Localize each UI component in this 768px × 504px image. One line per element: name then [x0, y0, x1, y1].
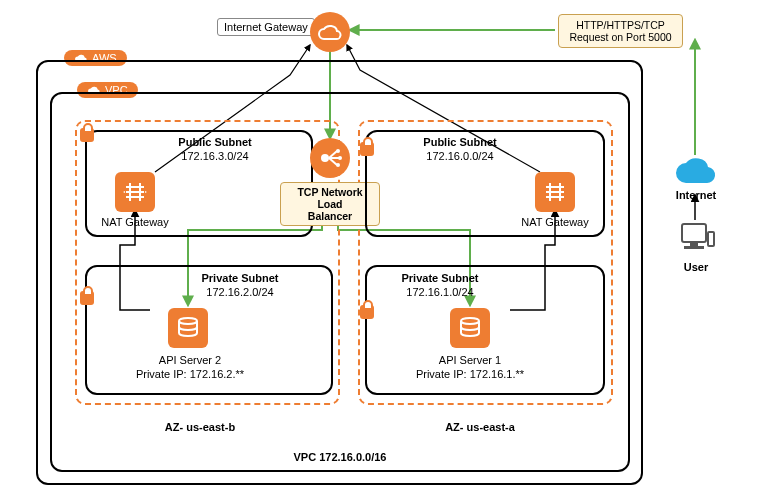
lock-icon: [80, 128, 94, 142]
api-server-2-icon: [168, 308, 208, 348]
load-balancer-icon: [310, 138, 350, 178]
lock-icon: [360, 142, 374, 156]
request-text: HTTP/HTTPS/TCP Request on Port 5000: [569, 19, 671, 43]
nat-gateway-b-icon: [115, 172, 155, 212]
svg-point-1: [336, 149, 340, 153]
svg-point-2: [338, 156, 342, 160]
vpc-footer: VPC 172.16.0.0/16: [260, 450, 420, 464]
nat-gateway-b-label: NAT Gateway: [100, 215, 170, 229]
user-label: User: [676, 260, 716, 274]
api-server-1-label: API Server 1 Private IP: 172.16.1.**: [400, 353, 540, 382]
public-subnet-b-label: Public Subnet 172.16.3.0/24: [155, 135, 275, 164]
lock-icon: [360, 305, 374, 319]
az-b-label: AZ- us-east-b: [130, 420, 270, 434]
private-subnet-b-label: Private Subnet 172.16.2.0/24: [180, 271, 300, 300]
nat-gateway-a-icon: [535, 172, 575, 212]
svg-point-4: [179, 318, 197, 324]
api-server-1-icon: [450, 308, 490, 348]
request-label-box: HTTP/HTTPS/TCP Request on Port 5000: [558, 14, 683, 48]
svg-point-0: [321, 154, 329, 162]
internet-label: Internet: [672, 188, 720, 202]
svg-rect-7: [690, 242, 698, 246]
az-a-label: AZ- us-east-a: [410, 420, 550, 434]
lock-icon: [80, 291, 94, 305]
internet-gateway-icon: [310, 12, 350, 52]
user-icon: [676, 222, 716, 262]
public-subnet-a-label: Public Subnet 172.16.0.0/24: [400, 135, 520, 164]
internet-gateway-label: Internet Gateway: [217, 18, 315, 36]
svg-point-5: [461, 318, 479, 324]
svg-rect-8: [684, 246, 704, 249]
nat-gateway-a-label: NAT Gateway: [520, 215, 590, 229]
internet-icon: [672, 155, 720, 189]
api-server-2-label: API Server 2 Private IP: 172.16.2.**: [120, 353, 260, 382]
private-subnet-a-label: Private Subnet 172.16.1.0/24: [380, 271, 500, 300]
svg-rect-9: [708, 232, 714, 246]
svg-rect-6: [682, 224, 706, 242]
svg-point-3: [336, 163, 340, 167]
